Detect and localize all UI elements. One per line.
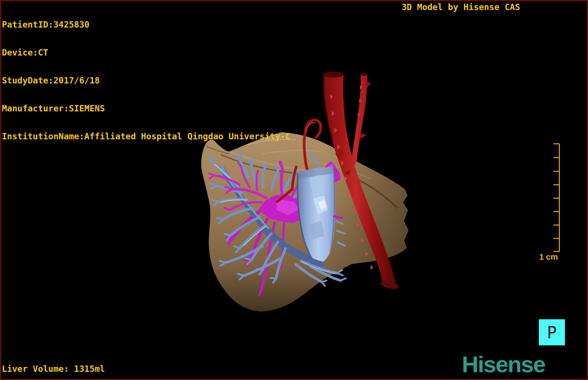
scale-label: 1 cm	[539, 252, 558, 262]
cas-3d-viewer-window: 1 cm PatientID:3425830 Device:CT StudyDa…	[0, 0, 588, 380]
scale-ruler	[553, 144, 559, 251]
device-line: Device:CT	[2, 48, 290, 57]
patient-id-line: PatientID:3425830	[2, 20, 290, 29]
study-date-line: StudyDate:2017/6/18	[2, 76, 290, 85]
viewer-title: 3D Model by Hisense CAS	[402, 2, 520, 12]
manufacturer-line: Manufacturer:SIEMENS	[2, 104, 290, 113]
liver-volume-readout: Liver Volume: 1315ml	[2, 364, 105, 374]
institution-line: InstitutionName:Affiliated Hospital Qing…	[2, 132, 290, 141]
orientation-marker-posterior: P	[539, 319, 565, 345]
hisense-logo: Hisense	[462, 353, 588, 377]
patient-info-block: PatientID:3425830 Device:CT StudyDate:20…	[2, 1, 290, 160]
